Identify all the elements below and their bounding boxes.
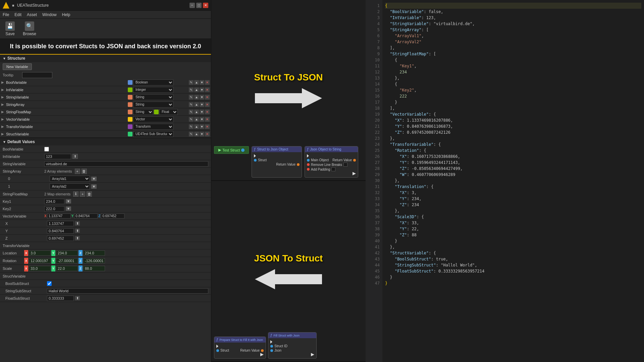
def-sfmap-val-0[interactable] xyxy=(44,199,64,204)
var-edit-vector[interactable]: ✎ xyxy=(189,117,194,122)
def-loc-y[interactable] xyxy=(56,250,78,256)
var-up-strfloatmap[interactable]: ▲ xyxy=(194,110,199,114)
var-expand-vector[interactable]: ▶ xyxy=(1,117,5,121)
var-edit-strarray[interactable]: ✎ xyxy=(189,102,194,107)
type-select-vector[interactable]: Vector xyxy=(133,116,173,122)
type-select-strfloatmap-key[interactable]: String xyxy=(133,109,153,115)
def-floatsub-input[interactable] xyxy=(47,296,74,301)
menu-asset[interactable]: Asset xyxy=(27,12,37,17)
structure-header[interactable]: ▼ Structure xyxy=(0,55,211,62)
def-rot-y[interactable] xyxy=(56,258,78,263)
var-expand-int[interactable]: ▶ xyxy=(1,88,5,92)
type-select-strfloatmap-val[interactable]: Float xyxy=(159,109,178,115)
var-del-vector[interactable]: ✕ xyxy=(205,117,210,122)
def-vector-x-sub[interactable] xyxy=(47,221,74,226)
type-select-int[interactable]: Integer xyxy=(133,87,173,93)
def-vector-z-sub[interactable] xyxy=(47,236,74,241)
var-down-string[interactable]: ▼ xyxy=(200,95,204,100)
var-down-vector[interactable]: ▼ xyxy=(200,117,204,122)
tooltip-input[interactable] xyxy=(22,72,52,78)
default-values-header[interactable]: ▼ Default Values xyxy=(0,138,211,145)
menu-edit[interactable]: Edit xyxy=(14,12,21,17)
var-edit-transform[interactable]: ✎ xyxy=(189,124,194,129)
menu-window[interactable]: Window xyxy=(42,12,57,17)
var-del-string[interactable]: ✕ xyxy=(205,95,210,100)
var-edit-struct[interactable]: ✎ xyxy=(189,132,194,136)
def-scale-z[interactable] xyxy=(83,266,105,271)
def-vector-x[interactable] xyxy=(47,214,71,219)
def-string-input[interactable] xyxy=(44,161,208,167)
def-strarray-arrow-0[interactable]: ▼ xyxy=(91,177,97,181)
def-sfmap-add[interactable]: + xyxy=(80,191,85,197)
minimize-button[interactable]: − xyxy=(190,3,195,8)
menu-file[interactable]: File xyxy=(3,12,9,17)
maximize-button[interactable]: □ xyxy=(196,3,202,8)
def-scale-x[interactable] xyxy=(29,266,51,271)
close-button[interactable]: ✕ xyxy=(203,3,208,8)
var-edit-strfloatmap[interactable]: ✎ xyxy=(189,110,194,114)
def-strarray-val-1[interactable]: ArrayVal2 xyxy=(50,183,90,189)
var-down-strarray[interactable]: ▼ xyxy=(200,102,204,107)
var-down-int[interactable]: ▼ xyxy=(200,87,204,92)
var-down-transform[interactable]: ▼ xyxy=(200,124,204,129)
var-edit-string[interactable]: ✎ xyxy=(189,95,194,100)
def-loc-x[interactable] xyxy=(29,250,51,256)
var-down-strfloatmap[interactable]: ▼ xyxy=(200,110,204,114)
def-floatsub-spinner[interactable]: ⬆ xyxy=(75,296,80,300)
def-vector-x-spinner[interactable]: ⬆ xyxy=(75,221,80,226)
var-expand-struct[interactable]: ▶ xyxy=(1,132,5,136)
def-sfmap-info[interactable]: ℹ xyxy=(73,191,78,197)
def-rot-z[interactable] xyxy=(83,258,105,263)
var-del-bool[interactable]: ✕ xyxy=(205,80,210,85)
def-rot-x[interactable] xyxy=(29,258,51,263)
def-stringsub-input[interactable] xyxy=(47,288,208,294)
def-loc-z[interactable] xyxy=(83,250,105,256)
def-vector-z[interactable] xyxy=(101,214,124,219)
var-del-int[interactable]: ✕ xyxy=(205,87,210,92)
var-expand-bool[interactable]: ▶ xyxy=(1,80,5,84)
def-strarray-add[interactable]: + xyxy=(75,169,80,174)
def-int-spinner[interactable]: ⬆ xyxy=(72,154,78,159)
def-vector-z-spinner[interactable]: ⬆ xyxy=(75,236,80,240)
def-vector-y-spinner[interactable]: ⬆ xyxy=(75,229,80,233)
def-strarray-arrow-1[interactable]: ▼ xyxy=(91,184,97,189)
add-padding-checkbox[interactable] xyxy=(331,167,335,171)
type-select-strarray[interactable]: String xyxy=(133,102,173,108)
browse-button[interactable]: 🔍 Browse xyxy=(20,20,39,38)
def-sfmap-arrow-1[interactable]: ▼ xyxy=(66,206,71,211)
var-up-transform[interactable]: ▲ xyxy=(194,124,199,129)
var-del-transform[interactable]: ✕ xyxy=(205,124,210,129)
var-del-struct[interactable]: ✕ xyxy=(205,132,210,136)
var-up-vector[interactable]: ▲ xyxy=(194,117,199,122)
def-int-input[interactable] xyxy=(44,154,71,159)
var-up-int[interactable]: ▲ xyxy=(194,87,199,92)
type-select-string[interactable]: String xyxy=(133,94,173,100)
def-vector-y-sub[interactable] xyxy=(47,228,74,234)
def-sfmap-val-1[interactable] xyxy=(44,206,64,212)
var-up-bool[interactable]: ▲ xyxy=(194,80,199,85)
def-strarray-del[interactable]: 🗑 xyxy=(82,169,87,174)
def-bool-checkbox[interactable] xyxy=(44,147,49,152)
type-select-bool[interactable]: Boolean xyxy=(133,79,173,85)
menu-help[interactable]: Help xyxy=(62,12,70,17)
var-edit-int[interactable]: ✎ xyxy=(189,87,194,92)
var-down-struct[interactable]: ▼ xyxy=(200,132,204,136)
type-select-transform[interactable]: Transform xyxy=(133,124,173,130)
new-variable-button[interactable]: New Variable xyxy=(3,63,32,70)
def-boolsub-checkbox[interactable] xyxy=(47,281,52,286)
var-del-strfloatmap[interactable]: ✕ xyxy=(205,110,210,114)
test-struct-button[interactable]: ▶ Test Struct xyxy=(214,146,249,154)
var-edit-bool[interactable]: ✎ xyxy=(189,80,194,85)
var-expand-strarray[interactable]: ▶ xyxy=(1,103,5,106)
remove-lb-checkbox[interactable] xyxy=(343,163,347,167)
var-down-bool[interactable]: ▼ xyxy=(200,80,204,85)
var-up-string[interactable]: ▲ xyxy=(194,95,199,100)
def-vector-y[interactable] xyxy=(74,214,98,219)
var-up-struct[interactable]: ▲ xyxy=(194,132,199,136)
save-button[interactable]: 💾 Save xyxy=(3,20,17,38)
def-strarray-val-0[interactable]: ArrayVal1 xyxy=(50,176,90,182)
var-up-strarray[interactable]: ▲ xyxy=(194,102,199,107)
def-scale-y[interactable] xyxy=(56,266,78,271)
var-expand-strfloatmap[interactable]: ▶ xyxy=(1,110,5,114)
def-sfmap-arrow-0[interactable]: ▼ xyxy=(66,199,71,203)
